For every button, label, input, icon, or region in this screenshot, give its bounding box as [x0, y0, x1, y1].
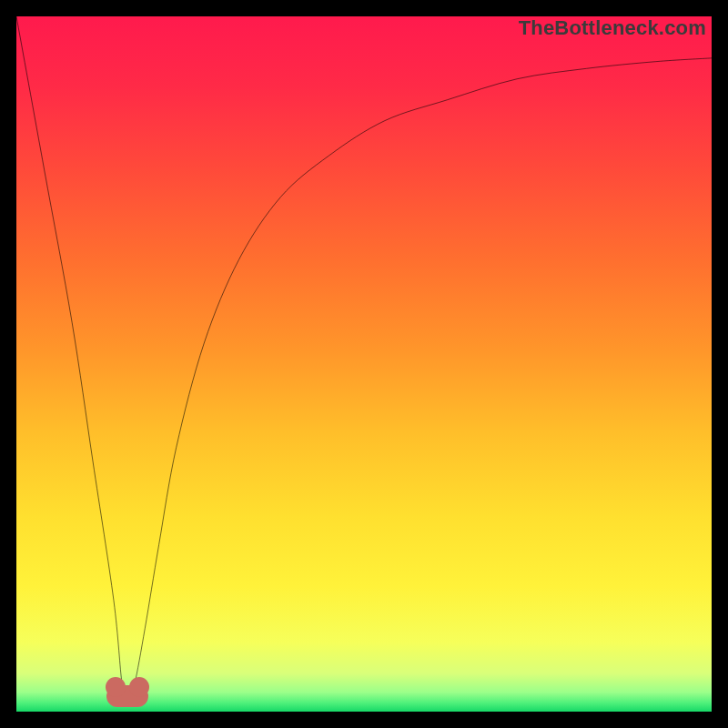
- plot-area: TheBottleneck.com: [16, 16, 712, 712]
- minimum-bump-marker: [106, 685, 148, 707]
- chart-frame: TheBottleneck.com: [0, 0, 728, 728]
- bump-lobe-left-icon: [106, 677, 126, 697]
- bottleneck-curve: [16, 16, 712, 712]
- bump-lobe-right-icon: [129, 677, 149, 697]
